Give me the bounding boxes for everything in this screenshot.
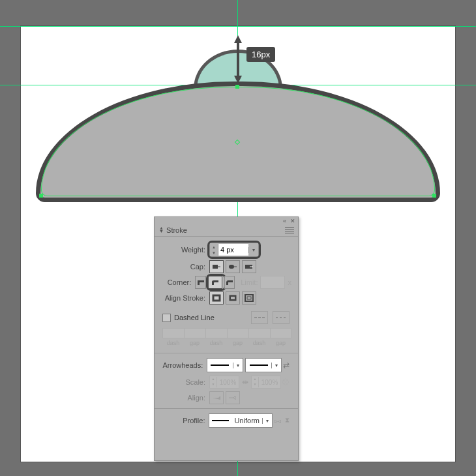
profile-row: Profile: Uniform ▾ ▹◃ ⧗ [155,411,298,430]
svg-rect-2 [229,265,234,269]
scale-label: Scale: [155,378,209,386]
panel-close-icon[interactable]: ✕ [290,218,295,224]
limit-unit: x [288,278,291,286]
dash-2-input [205,328,227,338]
corner-round-button[interactable] [208,276,222,289]
arrow-align-row: Align: [155,390,298,406]
align-outside-button[interactable] [242,291,256,305]
arrow-align-tip-button [226,391,240,404]
svg-rect-8 [230,296,235,300]
checkbox-box[interactable] [162,314,171,322]
svg-rect-10 [247,297,251,299]
arrowheads-label: Arrowheads: [155,361,207,369]
gap-3-input [270,328,291,338]
weight-field[interactable]: ▲▼ ▾ [209,243,259,257]
align-center-button[interactable] [209,291,224,305]
corner-highlight [208,276,224,289]
profile-value: Uniform [231,417,262,424]
corner-miter-button[interactable] [195,276,205,289]
limit-input [260,276,285,289]
miter-limit: Limit: x [241,276,291,289]
stroke-panel: « ✕ ▲▼ Stroke Weight: ▲▼ ▾ Cap: Corner: [154,216,299,461]
align-stroke-label: Align Stroke: [155,294,209,302]
svg-rect-9 [245,295,253,301]
cap-butt-button[interactable] [209,260,224,273]
weight-dropdown-icon[interactable]: ▾ [248,247,258,253]
align-stroke-row: Align Stroke: [155,290,298,306]
weight-highlight: ▲▼ ▾ [209,243,259,257]
dash-preserve-exact-button [251,311,268,324]
scale-end-field: ▲▼100% [251,376,281,389]
dash-gap-grid: dash gap dash gap dash gap [155,325,298,350]
arrow-scale-row: Scale: ▲▼100% ⇹ ▲▼100% ⛒ [155,374,298,390]
cap-row: Cap: [155,259,298,275]
flip-across-icon[interactable]: ⧗ [283,417,291,424]
gap-2-input [227,328,248,338]
corner-bevel-button[interactable] [224,276,235,289]
weight-row: Weight: ▲▼ ▾ [155,241,298,259]
panel-menu-icon[interactable] [285,227,294,233]
dashed-checkbox[interactable]: Dashed Line [162,314,215,322]
panel-collapse-icon[interactable]: « [283,218,286,224]
cap-round-button[interactable] [226,260,240,273]
swap-arrowheads-icon[interactable]: ⇄ [282,361,291,370]
corner-label: Corner: [155,278,195,286]
svg-rect-0 [213,265,218,269]
scale-start-field: ▲▼100% [209,376,239,389]
limit-label: Limit: [241,278,258,286]
profile-dropdown-icon[interactable]: ▾ [262,418,272,424]
anchor-point[interactable] [432,194,436,198]
link-scale-icon: ⇹ [239,378,251,387]
scale-lock-icon: ⛒ [281,378,291,387]
gap-1-input [184,328,205,338]
measurement-label: 16px [246,47,275,62]
panel-title-bar[interactable]: ▲▼ Stroke [155,224,298,237]
ruler-guide-h[interactable] [0,26,476,27]
flip-along-icon[interactable]: ▹◃ [273,417,283,424]
profile-label: Profile: [155,417,209,424]
panel-tabbar: « ✕ [155,217,298,224]
panel-cycle-icon[interactable]: ▲▼ [158,226,164,233]
arrowhead-end-select[interactable]: ▾ [245,358,281,372]
cap-label: Cap: [155,263,209,271]
corner-row: Corner: Limit: x [155,275,298,290]
weight-input[interactable] [218,244,248,256]
arrow-align-label: Align: [155,394,209,402]
arrowheads-row: Arrowheads: ▾ ▾ ⇄ [155,356,298,374]
svg-rect-6 [213,295,220,301]
align-inside-button[interactable] [226,291,240,305]
profile-select[interactable]: Uniform ▾ [209,413,273,428]
dash-1-input [162,328,184,338]
cap-projecting-button[interactable] [242,260,256,273]
dashed-row: Dashed Line [155,306,298,325]
dashed-label: Dashed Line [174,314,215,321]
dash-align-corners-button [273,311,290,324]
measurement-arrow [233,34,243,85]
anchor-point[interactable] [235,85,239,89]
arrow-align-extend-button [209,391,224,404]
weight-stepper[interactable]: ▲▼ [210,244,218,256]
panel-title: Stroke [166,226,187,234]
anchor-point[interactable] [39,194,43,198]
dash-3-input [248,328,270,338]
arrowhead-start-select[interactable]: ▾ [207,358,243,372]
weight-label: Weight: [155,246,209,254]
